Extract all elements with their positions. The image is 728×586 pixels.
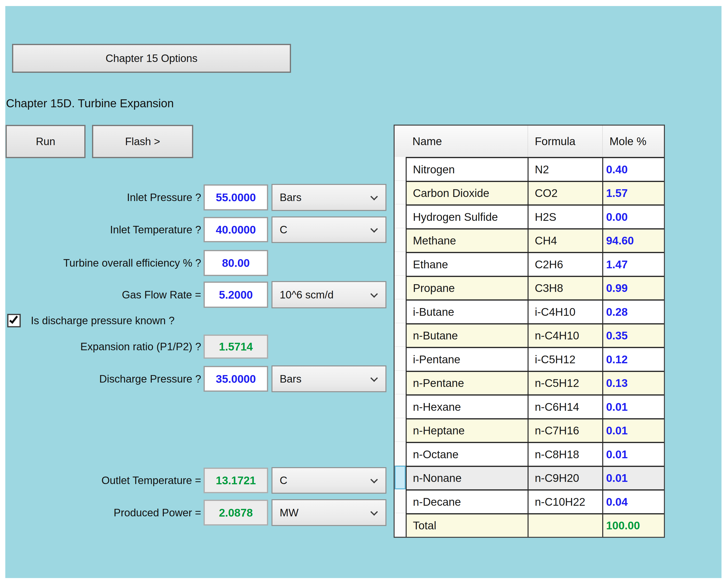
- chevron-down-icon: [370, 225, 378, 233]
- table-cell-name[interactable]: n-Pentane: [406, 371, 527, 395]
- row-header[interactable]: [395, 181, 406, 205]
- discharge-pressure-unit-dropdown[interactable]: Bars: [271, 365, 386, 392]
- expansion-ratio-label: Expansion ratio (P1/P2) ?: [0, 335, 201, 359]
- chevron-down-icon: [370, 476, 378, 483]
- table-cell-mole[interactable]: 0.00: [602, 204, 664, 228]
- table-cell-mole[interactable]: 0.01: [602, 394, 664, 418]
- table-cell-mole[interactable]: 0.13: [602, 371, 664, 395]
- table-cell-formula[interactable]: n-C7H16: [527, 418, 602, 442]
- row-header[interactable]: [395, 513, 406, 537]
- unit-label: MW: [280, 507, 298, 519]
- inlet-pressure-unit-dropdown[interactable]: Bars: [271, 184, 386, 211]
- row-header[interactable]: [395, 394, 406, 418]
- inlet-temperature-unit-dropdown[interactable]: C: [271, 217, 386, 243]
- table-cell-name[interactable]: Propane: [406, 276, 527, 300]
- table-cell-mole[interactable]: 0.28: [602, 299, 664, 323]
- table-cell-mole[interactable]: 0.01: [602, 466, 664, 490]
- table-cell-mole[interactable]: 0.04: [602, 489, 664, 513]
- table-cell-formula[interactable]: CH4: [527, 228, 602, 252]
- table-cell-name[interactable]: i-Butane: [406, 299, 527, 323]
- table-cell-formula[interactable]: CO2: [527, 181, 602, 205]
- table-cell-formula[interactable]: [527, 513, 602, 537]
- table-cell-mole[interactable]: 1.47: [602, 252, 664, 276]
- row-header[interactable]: [395, 489, 406, 513]
- row-header[interactable]: [395, 418, 406, 442]
- table-cell-mole[interactable]: 1.57: [602, 181, 664, 205]
- row-header[interactable]: [395, 323, 406, 347]
- table-cell-formula[interactable]: i-C5H12: [527, 347, 602, 371]
- table-cell-formula[interactable]: n-C5H12: [527, 371, 602, 395]
- column-header-mole[interactable]: Mole %: [602, 126, 664, 157]
- produced-power-unit-dropdown[interactable]: MW: [271, 499, 386, 526]
- run-button[interactable]: Run: [5, 125, 85, 158]
- table-cell-name[interactable]: n-Hexane: [406, 394, 527, 418]
- page-title: Chapter 15D. Turbine Expansion: [6, 95, 367, 111]
- produced-power-output[interactable]: [204, 500, 268, 526]
- table-corner-header[interactable]: [395, 126, 406, 157]
- row-header[interactable]: [395, 157, 406, 181]
- discharge-pressure-input[interactable]: [204, 366, 268, 392]
- table-cell-name[interactable]: Nitrogen: [406, 157, 527, 181]
- inlet-temperature-label: Inlet Temperature ?: [0, 217, 201, 242]
- table-cell-name[interactable]: Hydrogen Sulfide: [406, 204, 527, 228]
- column-header-name[interactable]: Name: [406, 126, 527, 157]
- flash-button[interactable]: Flash >: [92, 125, 193, 158]
- table-cell-formula[interactable]: n-C6H14: [527, 394, 602, 418]
- table-cell-name[interactable]: Total: [406, 513, 527, 537]
- table-cell-name[interactable]: i-Pentane: [406, 347, 527, 371]
- table-cell-mole[interactable]: 0.99: [602, 276, 664, 300]
- unit-label: 10^6 scm/d: [280, 289, 334, 301]
- row-header[interactable]: [395, 204, 406, 228]
- table-cell-name[interactable]: Methane: [406, 228, 527, 252]
- discharge-pressure-known-checkbox[interactable]: [7, 314, 21, 327]
- chapter-15-options-button[interactable]: Chapter 15 Options: [12, 44, 291, 73]
- table-cell-formula[interactable]: n-C9H20: [527, 466, 602, 490]
- inlet-pressure-label: Inlet Pressure ?: [0, 185, 201, 211]
- table-cell-formula[interactable]: H2S: [527, 204, 602, 228]
- unit-label: C: [280, 224, 287, 236]
- inlet-temperature-input[interactable]: [204, 217, 268, 242]
- gas-flow-rate-unit-dropdown[interactable]: 10^6 scm/d: [271, 281, 386, 308]
- table-cell-formula[interactable]: n-C10H22: [527, 489, 602, 513]
- table-cell-name[interactable]: n-Butane: [406, 323, 527, 347]
- table-cell-mole[interactable]: 0.35: [602, 323, 664, 347]
- unit-label: Bars: [280, 373, 302, 385]
- table-cell-name[interactable]: n-Octane: [406, 442, 527, 466]
- turbine-efficiency-input[interactable]: [204, 250, 268, 276]
- produced-power-label: Produced Power =: [0, 500, 201, 526]
- table-cell-name[interactable]: n-Nonane: [406, 466, 527, 490]
- row-header[interactable]: [395, 228, 406, 252]
- table-cell-formula[interactable]: n-C4H10: [527, 323, 602, 347]
- row-header[interactable]: [395, 347, 406, 371]
- row-header[interactable]: [395, 442, 406, 466]
- column-header-formula[interactable]: Formula: [527, 126, 602, 157]
- expansion-ratio-output[interactable]: [204, 335, 268, 359]
- table-cell-mole[interactable]: 0.01: [602, 442, 664, 466]
- row-header-selected[interactable]: [395, 466, 406, 490]
- checkmark-icon: [9, 314, 18, 324]
- gas-flow-rate-input[interactable]: [204, 282, 268, 308]
- row-header[interactable]: [395, 371, 406, 395]
- row-header[interactable]: [395, 252, 406, 276]
- table-cell-formula[interactable]: i-C4H10: [527, 299, 602, 323]
- outlet-temperature-unit-dropdown[interactable]: C: [271, 467, 386, 494]
- chevron-down-icon: [370, 508, 378, 516]
- table-cell-mole[interactable]: 0.40: [602, 157, 664, 181]
- inlet-pressure-input[interactable]: [204, 185, 268, 211]
- table-cell-formula[interactable]: N2: [527, 157, 602, 181]
- table-cell-name[interactable]: Carbon Dioxide: [406, 181, 527, 205]
- table-cell-name[interactable]: n-Heptane: [406, 418, 527, 442]
- table-cell-formula[interactable]: n-C8H18: [527, 442, 602, 466]
- table-cell-mole[interactable]: 100.00: [602, 513, 664, 537]
- table-cell-mole[interactable]: 0.12: [602, 347, 664, 371]
- row-header[interactable]: [395, 276, 406, 300]
- table-cell-name[interactable]: Ethane: [406, 252, 527, 276]
- outlet-temperature-output[interactable]: [204, 468, 268, 493]
- table-cell-name[interactable]: n-Decane: [406, 489, 527, 513]
- row-header[interactable]: [395, 299, 406, 323]
- table-cell-formula[interactable]: C2H6: [527, 252, 602, 276]
- table-cell-formula[interactable]: C3H8: [527, 276, 602, 300]
- unit-label: Bars: [280, 191, 302, 203]
- table-cell-mole[interactable]: 94.60: [602, 228, 664, 252]
- table-cell-mole[interactable]: 0.01: [602, 418, 664, 442]
